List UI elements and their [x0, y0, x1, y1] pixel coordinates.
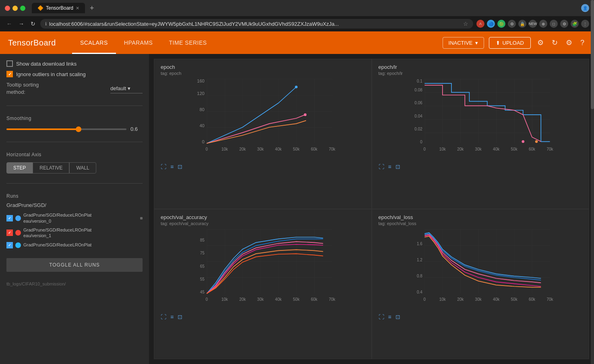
divider-1: [6, 105, 143, 106]
browser-profile[interactable]: 👤: [581, 4, 589, 12]
address-info-icon: ℹ: [45, 21, 47, 27]
tab-close-button[interactable]: ✕: [76, 6, 79, 11]
extension-btn-8[interactable]: □: [550, 20, 558, 28]
lines-icon-1[interactable]: ≡: [388, 163, 391, 170]
svg-text:50k: 50k: [293, 147, 300, 151]
run-checkbox-1[interactable]: ✓: [6, 230, 13, 236]
extension-btn-6[interactable]: NEW: [529, 20, 537, 28]
svg-text:10k: 10k: [221, 297, 228, 302]
nav-back-button[interactable]: ←: [5, 20, 14, 28]
ignore-outliers-label: Ignore outliers in chart scaling: [16, 71, 86, 77]
refresh-icon[interactable]: ↻: [550, 37, 559, 49]
extension-btn-5[interactable]: 🔒: [518, 20, 526, 28]
address-star-icon[interactable]: ☆: [463, 21, 468, 27]
slider-thumb[interactable]: [76, 126, 81, 132]
svg-text:20k: 20k: [239, 297, 246, 302]
axis-relative-button[interactable]: RELATIVE: [33, 162, 69, 174]
toggle-all-runs-button[interactable]: TOGGLE ALL RUNS: [6, 258, 143, 272]
axis-step-button[interactable]: STEP: [6, 162, 33, 174]
ignore-outliers-checkbox[interactable]: ✓: [6, 71, 13, 77]
dropdown-arrow-icon: ▾: [475, 40, 478, 46]
show-download-label: Show data download links: [16, 61, 77, 67]
sidebar: Show data download links ✓ Ignore outlie…: [0, 54, 149, 364]
tab-favicon: 🔶: [37, 5, 43, 11]
nav-time-series[interactable]: TIME SERIES: [161, 31, 215, 54]
gear-icon[interactable]: ⚙: [564, 37, 574, 49]
svg-point-14: [295, 86, 298, 89]
svg-text:0.06: 0.06: [414, 101, 422, 105]
svg-text:75: 75: [200, 251, 205, 255]
extension-btn-9[interactable]: ⚙: [560, 20, 568, 28]
svg-text:80: 80: [199, 107, 204, 112]
target-icon-2[interactable]: ⊡: [178, 314, 182, 320]
help-icon[interactable]: ?: [579, 37, 586, 49]
show-download-checkbox[interactable]: [6, 60, 13, 67]
lines-icon-3[interactable]: ≡: [388, 314, 391, 320]
svg-rect-0: [207, 79, 332, 143]
run-item-2: ✓ GradPrune/SGD/ReduceLROnPlat: [6, 242, 143, 248]
svg-text:20k: 20k: [239, 147, 246, 151]
scrollbar[interactable]: [591, 54, 594, 364]
tooltip-sort-select[interactable]: default ▾: [110, 84, 143, 93]
new-tab-button[interactable]: +: [87, 4, 97, 12]
extension-btn-3[interactable]: 🟢: [497, 20, 505, 28]
svg-text:55: 55: [200, 277, 205, 281]
runs-section: Runs GradPrune/SGD/ ✓ GradPrune/SGD/Redu…: [6, 193, 143, 251]
svg-rect-16: [424, 79, 550, 143]
expand-icon-1[interactable]: ⛶: [379, 163, 384, 170]
inactive-dropdown[interactable]: INACTIVE ▾: [443, 37, 484, 49]
address-bar[interactable]: ℹ localhost:6006/#scalars&runSelectionSt…: [40, 19, 473, 29]
nav-refresh-button[interactable]: ↻: [29, 20, 37, 28]
run-scroll-0: [140, 217, 143, 219]
target-icon-0[interactable]: ⊡: [178, 163, 182, 170]
settings-dark-icon[interactable]: ⚙: [536, 37, 545, 49]
nav-hparams[interactable]: HPARAMS: [116, 31, 161, 54]
smoothing-label: Smoothing: [6, 116, 143, 121]
svg-text:30k: 30k: [475, 147, 482, 151]
run-checkbox-2[interactable]: ✓: [6, 242, 13, 248]
expand-icon-2[interactable]: ⛶: [161, 314, 166, 320]
lines-icon-0[interactable]: ≡: [170, 163, 174, 170]
scroll-thumb[interactable]: [591, 54, 594, 109]
expand-icon-0[interactable]: ⛶: [161, 163, 166, 170]
svg-text:45: 45: [200, 290, 205, 294]
svg-text:0.04: 0.04: [414, 114, 422, 118]
lines-icon-2[interactable]: ≡: [170, 314, 174, 320]
svg-text:0: 0: [420, 140, 422, 144]
chart-epoch-actions: ⛶ ≡ ⊡: [161, 163, 365, 171]
extension-btn-10[interactable]: 🧩: [571, 20, 579, 28]
window-close[interactable]: [5, 6, 10, 11]
svg-text:70k: 70k: [329, 297, 335, 302]
settings-section: Show data download links ✓ Ignore outlie…: [6, 60, 143, 96]
run-item-0: ✓ GradPrune/SGD/ReduceLROnPlateau/versio…: [6, 212, 143, 224]
svg-text:60k: 60k: [311, 297, 318, 302]
target-icon-1[interactable]: ⊡: [395, 163, 400, 170]
chart-lr-tag: tag: epoch/lr: [379, 71, 583, 76]
upload-button[interactable]: ⬆ UPLOAD: [489, 37, 531, 49]
window-maximize[interactable]: [20, 6, 25, 11]
extension-btn-4[interactable]: ⚙: [508, 20, 516, 28]
extension-btn-7[interactable]: ⊕: [539, 20, 547, 28]
extension-btn-1[interactable]: A: [476, 20, 484, 28]
svg-text:160: 160: [197, 79, 205, 83]
run-checkbox-0[interactable]: ✓: [6, 215, 13, 221]
tab-title: TensorBoard: [46, 5, 73, 11]
extension-btn-2[interactable]: 🔵: [487, 20, 495, 28]
svg-text:10k: 10k: [221, 147, 228, 151]
svg-text:60k: 60k: [311, 147, 318, 151]
nav-scalars[interactable]: SCALARS: [72, 31, 116, 54]
chart-acc-actions: ⛶ ≡ ⊡: [161, 313, 365, 321]
chart-epoch-svg: 0 40 80 120 160 0 10k 20k 30k 40k 50k 60…: [161, 79, 365, 159]
svg-text:1.2: 1.2: [416, 258, 422, 262]
browser-tab-active[interactable]: 🔶 TensorBoard ✕: [32, 3, 85, 13]
window-minimize[interactable]: [12, 6, 18, 11]
browser-menu[interactable]: ⋮: [581, 20, 589, 28]
axis-wall-button[interactable]: WALL: [69, 162, 96, 174]
svg-point-15: [304, 114, 306, 116]
svg-text:40k: 40k: [275, 147, 282, 151]
smoothing-slider[interactable]: [6, 128, 126, 130]
expand-icon-3[interactable]: ⛶: [379, 314, 384, 320]
nav-forward-button[interactable]: →: [17, 20, 26, 28]
target-icon-3[interactable]: ⊡: [395, 314, 400, 320]
chart-val-loss: epoch/val_loss tag: epoch/val_loss 0.4 0…: [372, 209, 590, 359]
